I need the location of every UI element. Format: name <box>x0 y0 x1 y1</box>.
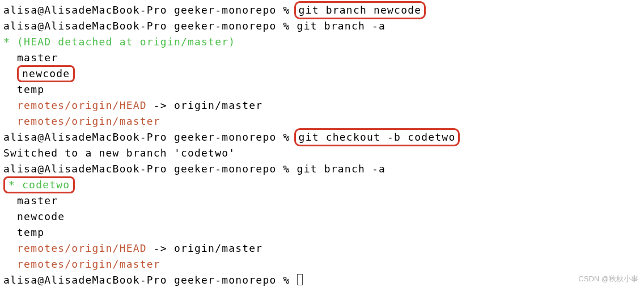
prompt-line-1: alisa@AlisadeMacBook-Pro geeker-monorepo… <box>3 2 641 18</box>
shell-prompt: alisa@AlisadeMacBook-Pro geeker-monorepo… <box>3 4 297 16</box>
branch-master: master <box>3 193 641 209</box>
command-text: git branch -a <box>297 163 385 175</box>
branch-head-detached: * (HEAD detached at origin/master) <box>3 34 641 50</box>
terminal-output[interactable]: alisa@AlisadeMacBook-Pro geeker-monorepo… <box>3 2 641 287</box>
shell-prompt: alisa@AlisadeMacBook-Pro geeker-monorepo… <box>3 20 297 32</box>
current-marker: * <box>3 36 17 48</box>
shell-prompt: alisa@AlisadeMacBook-Pro geeker-monorepo… <box>3 274 297 286</box>
highlight-newcode: newcode <box>17 65 75 82</box>
command-text: git checkout -b codetwo <box>299 131 456 143</box>
branch-temp: temp <box>3 82 641 98</box>
branch-newcode-line: newcode <box>3 66 641 82</box>
shell-prompt: alisa@AlisadeMacBook-Pro geeker-monorepo… <box>3 163 297 175</box>
highlight-git-checkout: git checkout -b codetwo <box>294 128 460 146</box>
remote-origin-head: remotes/origin/HEAD <box>3 99 147 111</box>
highlight-git-branch-newcode: git branch newcode <box>294 1 426 19</box>
remote-origin-master: remotes/origin/master <box>3 256 641 272</box>
shell-prompt: alisa@AlisadeMacBook-Pro geeker-monorepo… <box>3 131 297 143</box>
remote-arrow-target: -> origin/master <box>147 99 263 111</box>
prompt-line-2: alisa@AlisadeMacBook-Pro geeker-monorepo… <box>3 18 641 34</box>
current-marker: * <box>9 179 22 191</box>
remote-origin-head: remotes/origin/HEAD <box>3 242 147 254</box>
remote-origin-master: remotes/origin/master <box>3 113 641 129</box>
branch-newcode: newcode <box>22 67 70 79</box>
prompt-line-5: alisa@AlisadeMacBook-Pro geeker-monorepo… <box>3 272 641 287</box>
prompt-line-3: alisa@AlisadeMacBook-Pro geeker-monorepo… <box>3 129 641 145</box>
highlight-codetwo: * codetwo <box>3 176 75 193</box>
cursor-icon[interactable] <box>297 274 303 285</box>
branch-temp: temp <box>3 225 641 240</box>
branch-master: master <box>3 50 641 66</box>
watermark-text: CSDN @秋秋小事 <box>578 271 638 287</box>
remote-head-line: remotes/origin/HEAD -> origin/master <box>3 240 641 256</box>
command-text: git branch newcode <box>299 4 422 16</box>
branch-codetwo-line: * codetwo <box>3 177 641 193</box>
command-text: git branch -a <box>297 20 385 32</box>
switched-branch-message: Switched to a new branch 'codetwo' <box>3 145 641 161</box>
prompt-line-4: alisa@AlisadeMacBook-Pro geeker-monorepo… <box>3 161 641 177</box>
remote-head-line: remotes/origin/HEAD -> origin/master <box>3 98 641 113</box>
branch-newcode: newcode <box>3 209 641 225</box>
remote-arrow-target: -> origin/master <box>147 242 263 254</box>
head-detached-text: (HEAD detached at origin/master) <box>17 36 235 48</box>
branch-codetwo: codetwo <box>22 179 70 191</box>
